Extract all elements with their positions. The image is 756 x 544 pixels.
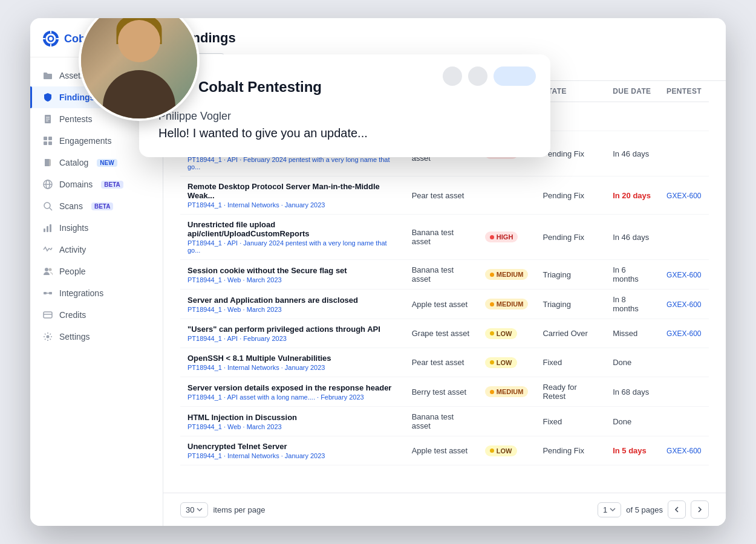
- pagination-bar: 30 items per page 1 of 5 pages: [163, 493, 726, 526]
- state-cell: Pending Fix: [535, 436, 605, 465]
- table-row[interactable]: Remote Desktop Protocol Server Man-in-th…: [180, 176, 709, 215]
- finding-cell: Remote Desktop Protocol Server Man-in-th…: [180, 176, 405, 215]
- finding-title: Unrestricted file upload api/client/Uplo…: [187, 220, 397, 238]
- domains-beta-badge: BETA: [101, 181, 123, 189]
- table-row[interactable]: OpenSSH < 8.1 Multiple VulnerabilitiesPT…: [180, 348, 709, 377]
- asset-cell: Pear test asset: [405, 348, 478, 377]
- sidebar-item-label: Activity: [59, 245, 86, 254]
- svg-point-11: [44, 202, 50, 209]
- state-cell: Pending Fix: [535, 176, 605, 215]
- asset-cell: Apple test asset: [405, 436, 478, 465]
- activity-icon: [42, 244, 53, 255]
- page-controls: 1 of 5 pages: [598, 500, 709, 519]
- severity-badge: HIGH: [485, 232, 518, 242]
- pentest-cell: GXEX-600: [659, 436, 709, 465]
- due-date-cell: Done: [605, 407, 659, 436]
- due-date-cell: In 68 days: [605, 377, 659, 407]
- table-row[interactable]: Server and Application banners are discl…: [180, 290, 709, 319]
- pentest-cell: GXEX-600: [659, 290, 709, 319]
- pentest-cell: GXEX-600: [659, 176, 709, 215]
- state-cell: Ready for Retest: [535, 377, 605, 407]
- severity-dot: [490, 390, 494, 394]
- finding-title: Server and Application banners are discl…: [187, 296, 397, 305]
- sidebar-item-label: Insights: [59, 223, 88, 233]
- svg-rect-4: [44, 137, 47, 140]
- asset-cell: Pear test asset: [405, 176, 478, 215]
- avatar-face: [118, 20, 160, 62]
- pentest-link[interactable]: GXEX-600: [666, 192, 701, 200]
- pentest-link[interactable]: GXEX-600: [666, 329, 701, 338]
- notification-action-circle-2[interactable]: [468, 66, 487, 86]
- insights-icon: [42, 222, 53, 233]
- severity-dot: [490, 302, 494, 306]
- next-page-button[interactable]: [691, 500, 709, 519]
- prev-page-button[interactable]: [668, 500, 686, 519]
- table-row[interactable]: Server version details exposed in the re…: [180, 377, 709, 407]
- book-icon: [42, 157, 53, 168]
- asset-cell: Grape test asset: [405, 319, 478, 348]
- pentest-link[interactable]: GXEX-600: [666, 300, 701, 309]
- sidebar-item-activity[interactable]: Activity: [30, 239, 163, 261]
- svg-line-12: [50, 208, 52, 210]
- severity-badge: MEDIUM: [485, 386, 529, 397]
- current-page-select[interactable]: 1: [598, 502, 621, 517]
- asset-cell: Banana test asset: [405, 215, 478, 260]
- notification-action-pill[interactable]: [494, 66, 536, 86]
- finding-cell: Server and Application banners are discl…: [180, 290, 405, 319]
- total-pages: of 5 pages: [626, 505, 663, 514]
- state-cell: Pending Fix: [535, 215, 605, 260]
- pentest-cell: GXEX-600: [659, 260, 709, 290]
- sidebar-item-people[interactable]: People: [30, 261, 163, 282]
- finding-cell: "Users" can perform privileged actions t…: [180, 319, 405, 348]
- pentest-cell: [659, 102, 709, 131]
- sidebar-item-insights[interactable]: Insights: [30, 217, 163, 239]
- svg-rect-13: [44, 228, 45, 232]
- table-row[interactable]: Session cookie without the Secure flag s…: [180, 260, 709, 290]
- sidebar-item-label: Settings: [59, 332, 90, 342]
- pentest-cell: [659, 215, 709, 260]
- svg-rect-14: [47, 226, 48, 232]
- finding-meta: PT18944_1 · Web · March 2023: [187, 276, 397, 283]
- table-row[interactable]: "Users" can perform privileged actions t…: [180, 319, 709, 348]
- due-date-cell: In 5 days: [605, 436, 659, 465]
- severity-cell: MEDIUM: [478, 377, 536, 407]
- sidebar-item-credits[interactable]: Credits: [30, 304, 163, 326]
- sidebar-item-integrations[interactable]: Integrations: [30, 282, 163, 304]
- current-page: 1: [603, 505, 607, 514]
- severity-dot: [490, 235, 494, 239]
- finding-cell: Session cookie without the Secure flag s…: [180, 260, 405, 290]
- table-row[interactable]: Unencrypted Telnet ServerPT18944_1 · Int…: [180, 436, 709, 465]
- pentest-link[interactable]: GXEX-600: [666, 271, 701, 279]
- finding-meta: PT18944_1 · Web · March 2023: [187, 306, 397, 313]
- folder-icon: [42, 70, 53, 81]
- svg-point-23: [47, 335, 50, 338]
- pentest-link[interactable]: GXEX-600: [666, 447, 701, 455]
- finding-meta: PT18944_1 · Internal Networks · January …: [187, 452, 397, 459]
- integrations-icon: [42, 288, 53, 299]
- notification-action-circle-1[interactable]: [443, 66, 462, 86]
- table-row[interactable]: HTML Injection in DiscussionPT18944_1 · …: [180, 407, 709, 436]
- pentest-cell: [659, 407, 709, 436]
- finding-title: Session cookie without the Secure flag s…: [187, 266, 397, 275]
- svg-rect-5: [48, 137, 52, 140]
- asset-cell: Berry test asset: [405, 377, 478, 407]
- sidebar-item-domains[interactable]: Domains BETA: [30, 173, 163, 195]
- finding-meta: PT18944_1 · Web · March 2023: [187, 423, 397, 430]
- active-indicator: [30, 86, 32, 108]
- app-container: Cobalt Assets Findings: [30, 18, 726, 526]
- finding-meta: PT18944_1 · API · February 2024 pentest …: [187, 156, 397, 170]
- severity-cell: LOW: [478, 348, 536, 377]
- finding-cell: Unencrypted Telnet ServerPT18944_1 · Int…: [180, 436, 405, 465]
- table-row[interactable]: Unrestricted file upload api/client/Uplo…: [180, 215, 709, 260]
- sidebar-item-label: Catalog: [59, 158, 88, 167]
- shield-icon: [42, 92, 53, 103]
- finding-title: HTML Injection in Discussion: [187, 413, 397, 422]
- per-page-select[interactable]: 30: [180, 502, 208, 517]
- severity-cell: [478, 176, 536, 215]
- svg-rect-15: [50, 224, 51, 232]
- due-date-cell: In 20 days: [605, 176, 659, 215]
- sidebar-item-label: Engagements: [59, 136, 111, 146]
- chevron-left-icon: [673, 506, 680, 513]
- sidebar-item-settings[interactable]: Settings: [30, 326, 163, 348]
- sidebar-item-scans[interactable]: Scans BETA: [30, 195, 163, 217]
